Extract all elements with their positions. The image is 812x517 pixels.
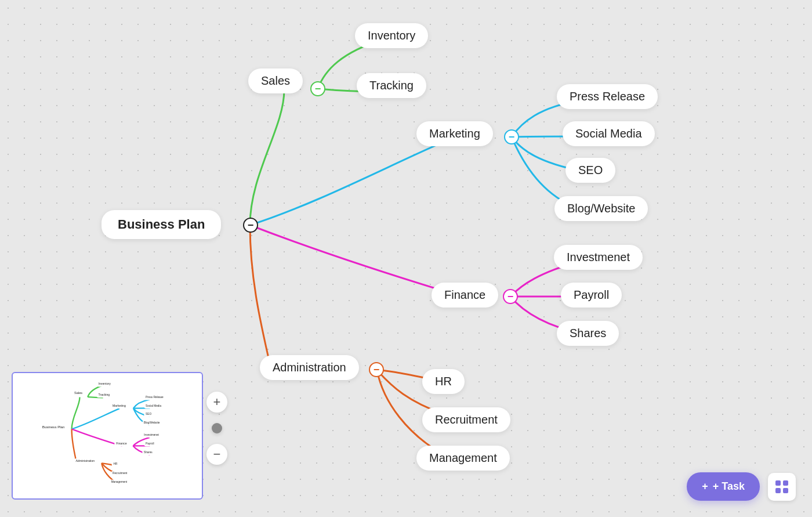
grid-button[interactable]: [768, 473, 796, 501]
node-inventory[interactable]: Inventory: [355, 23, 428, 48]
svg-text:Recruitment: Recruitment: [113, 472, 128, 475]
svg-text:Blog/Website: Blog/Website: [144, 421, 160, 424]
node-marketing[interactable]: Marketing: [416, 121, 493, 146]
task-plus-icon: +: [702, 480, 708, 493]
node-payroll[interactable]: Payroll: [561, 283, 622, 308]
collapse-marketing[interactable]: −: [504, 129, 519, 144]
svg-rect-34: [775, 480, 781, 486]
svg-rect-36: [775, 488, 781, 493]
collapse-finance[interactable]: −: [503, 289, 518, 304]
node-administration[interactable]: Administration: [260, 355, 359, 380]
svg-text:SEO: SEO: [146, 413, 151, 415]
svg-text:Sales: Sales: [74, 391, 82, 395]
svg-text:Administration: Administration: [75, 459, 95, 462]
node-finance[interactable]: Finance: [432, 283, 498, 308]
task-label: + Task: [713, 480, 745, 493]
svg-text:Investmenet: Investmenet: [144, 433, 159, 436]
svg-text:Finance: Finance: [116, 442, 127, 445]
svg-text:Shares: Shares: [144, 451, 153, 454]
node-tracking[interactable]: Tracking: [357, 73, 426, 98]
node-blog-website[interactable]: Blog/Website: [554, 196, 648, 221]
grid-icon: [774, 479, 789, 494]
svg-text:Tracking: Tracking: [99, 393, 110, 396]
zoom-in-button[interactable]: +: [206, 392, 227, 413]
node-business-plan[interactable]: Business Plan: [102, 210, 221, 239]
svg-rect-35: [783, 480, 788, 486]
node-management[interactable]: Management: [416, 446, 510, 471]
svg-text:Payroll: Payroll: [146, 442, 154, 445]
collapse-administration[interactable]: −: [369, 362, 384, 377]
node-sales[interactable]: Sales: [248, 68, 303, 93]
zoom-out-button[interactable]: −: [206, 444, 227, 465]
collapse-sales[interactable]: −: [310, 81, 325, 96]
node-press-release[interactable]: Press Release: [557, 84, 658, 109]
svg-text:Marketing: Marketing: [113, 404, 126, 407]
task-button[interactable]: + + Task: [687, 472, 760, 501]
svg-rect-37: [783, 488, 788, 493]
svg-text:Social Media: Social Media: [146, 404, 161, 407]
collapse-center[interactable]: −: [243, 218, 258, 233]
svg-text:Inventory: Inventory: [99, 382, 111, 385]
svg-text:Business Plan: Business Plan: [42, 425, 65, 429]
node-social-media[interactable]: Social Media: [563, 121, 655, 146]
node-recruitment[interactable]: Recruitment: [422, 407, 510, 432]
minimap-svg: Business Plan Sales Inventory Tracking M…: [13, 373, 203, 500]
svg-text:Management: Management: [111, 480, 128, 483]
svg-text:Press Release: Press Release: [146, 396, 164, 399]
node-seo[interactable]: SEO: [566, 158, 615, 183]
node-investmenet[interactable]: Investmenet: [554, 245, 643, 270]
svg-text:HR: HR: [113, 462, 117, 465]
node-hr[interactable]: HR: [422, 369, 465, 394]
minimap: Business Plan Sales Inventory Tracking M…: [12, 372, 203, 500]
zoom-controls: + −: [206, 392, 227, 465]
node-shares[interactable]: Shares: [557, 321, 619, 346]
zoom-dot: [212, 423, 222, 433]
